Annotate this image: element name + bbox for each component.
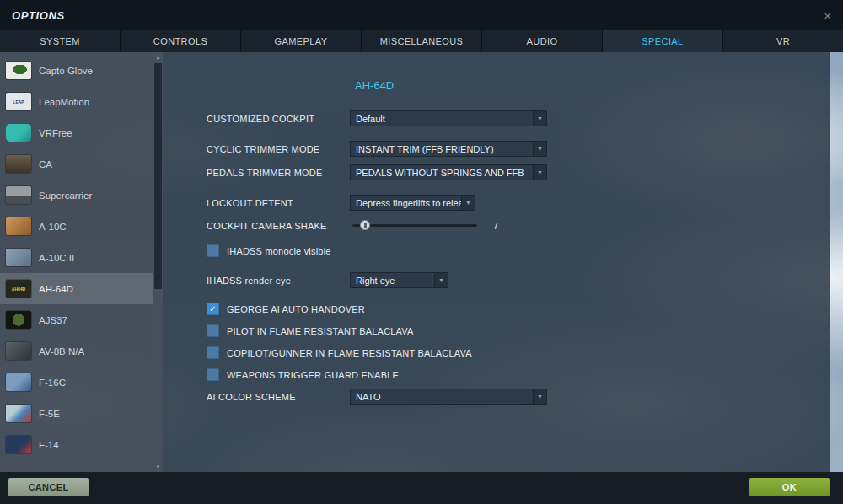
options-window: OPTIONS × SYSTEM CONTROLS GAMEPLAY MISCE… — [0, 0, 843, 504]
cyclic-trimmer-label: CYCLIC TRIMMER MODE — [207, 144, 350, 154]
sidebar-scrollbar[interactable]: ▲ ▼ — [153, 52, 163, 472]
ihadss-render-eye-dropdown[interactable]: Right eye ▼ — [350, 272, 448, 288]
ai-color-scheme-label: AI COLOR SCHEME — [207, 392, 350, 402]
chevron-down-icon[interactable]: ▼ — [434, 273, 448, 287]
sidebar-item-supercarrier[interactable]: Supercarrier — [0, 180, 153, 211]
module-sidebar: Capto Glove LEAP LeapMotion VRFree CA Su… — [0, 52, 163, 472]
chevron-down-icon[interactable]: ▼ — [533, 142, 546, 156]
sidebar-item-a-10c[interactable]: A-10C — [0, 211, 153, 242]
chevron-down-icon[interactable]: ▼ — [533, 389, 546, 404]
ajs37-icon — [6, 311, 31, 329]
title-bar: OPTIONS × — [0, 0, 843, 30]
vrfree-icon — [6, 124, 31, 142]
sidebar-item-a-10c-ii[interactable]: A-10C II — [0, 242, 153, 273]
a-10c-icon — [6, 217, 31, 235]
sidebar-item-av-8b[interactable]: AV-8B N/A — [0, 335, 153, 367]
close-icon[interactable]: × — [824, 9, 831, 22]
footer-bar: CANCEL OK — [0, 472, 843, 504]
ihadss-monocle-row: ✓ IHADSS monocle visible — [207, 244, 830, 257]
scroll-down-icon[interactable]: ▼ — [153, 462, 163, 472]
scroll-up-icon[interactable]: ▲ — [153, 52, 163, 62]
sidebar-item-f-14[interactable]: F-14 — [0, 429, 153, 460]
camera-shake-label: COCKPIT CAMERA SHAKE — [207, 221, 350, 231]
slider-track[interactable] — [352, 224, 477, 227]
sidebar-item-ca[interactable]: CA — [0, 148, 153, 180]
f-14-icon — [6, 436, 31, 453]
sidebar-item-leapmotion[interactable]: LEAP LeapMotion — [0, 86, 153, 117]
weapons-trigger-guard-checkbox[interactable]: ✓ — [207, 368, 219, 381]
lockout-detent-row: LOCKOUT DETENT Depress fingerlifts to re… — [207, 195, 830, 211]
camera-shake-row: COCKPIT CAMERA SHAKE 7 — [207, 220, 830, 231]
special-options-panel: AH-64D CUSTOMIZED COCKPIT Default ▼ CYCL… — [163, 52, 830, 472]
ah-64d-icon: AH64D — [6, 280, 31, 298]
customized-cockpit-label: CUSTOMIZED COCKPIT — [207, 114, 350, 124]
page-title: OPTIONS — [12, 9, 65, 22]
george-handover-row: ✓ GEORGE AI AUTO HANDOVER — [207, 303, 830, 315]
george-handover-label: GEORGE AI AUTO HANDOVER — [227, 304, 365, 314]
sidebar-item-ajs37[interactable]: AJS37 — [0, 304, 153, 335]
tab-bar: SYSTEM CONTROLS GAMEPLAY MISCELLANEOUS A… — [0, 30, 843, 52]
tab-special[interactable]: SPECIAL — [603, 30, 723, 52]
sidebar-item-f-5e[interactable]: F-5E — [0, 398, 153, 429]
av-8b-icon — [6, 342, 31, 360]
tab-audio[interactable]: AUDIO — [482, 30, 603, 52]
copilot-balaclava-row: ✓ COPILOT/GUNNER IN FLAME RESISTANT BALA… — [207, 346, 830, 359]
ai-color-scheme-dropdown[interactable]: NATO ▼ — [350, 389, 547, 405]
lockout-detent-dropdown[interactable]: Depress fingerlifts to release ▼ — [350, 195, 475, 211]
pilot-balaclava-row: ✓ PILOT IN FLAME RESISTANT BALACLAVA — [207, 324, 830, 337]
f-16c-icon — [6, 373, 31, 391]
pedals-trimmer-label: PEDALS TRIMMER MODE — [207, 168, 350, 178]
sidebar-item-vrfree[interactable]: VRFree — [0, 117, 153, 148]
copilot-balaclava-label: COPILOT/GUNNER IN FLAME RESISTANT BALACL… — [227, 348, 472, 358]
scrollbar-thumb[interactable] — [154, 63, 162, 289]
pedals-trimmer-row: PEDALS TRIMMER MODE PEDALS WITHOUT SPRIN… — [207, 164, 830, 180]
slider-thumb[interactable] — [360, 220, 370, 230]
f-5e-icon — [6, 405, 31, 422]
capto-glove-icon — [6, 62, 31, 79]
cyclic-trimmer-row: CYCLIC TRIMMER MODE INSTANT TRIM (FFB FR… — [207, 141, 830, 157]
sidebar-item-f-16c[interactable]: F-16C — [0, 367, 153, 398]
module-title: AH-64D — [355, 79, 830, 92]
weapons-guard-row: ✓ WEAPONS TRIGGER GUARD ENABLE — [207, 368, 830, 381]
pilot-balaclava-checkbox[interactable]: ✓ — [207, 324, 219, 337]
cancel-button[interactable]: CANCEL — [8, 478, 89, 496]
check-icon: ✓ — [209, 305, 216, 314]
sidebar-item-ah-64d[interactable]: AH64D AH-64D — [0, 273, 153, 304]
customized-cockpit-row: CUSTOMIZED COCKPIT Default ▼ — [207, 110, 830, 126]
ca-icon — [6, 155, 31, 173]
module-list: Capto Glove LEAP LeapMotion VRFree CA Su… — [0, 55, 153, 460]
lockout-detent-label: LOCKOUT DETENT — [207, 198, 350, 208]
weapons-guard-label: WEAPONS TRIGGER GUARD ENABLE — [227, 370, 399, 380]
chevron-down-icon[interactable]: ▼ — [533, 111, 546, 126]
leapmotion-icon: LEAP — [6, 93, 31, 110]
supercarrier-icon — [6, 186, 31, 204]
tab-controls[interactable]: CONTROLS — [121, 30, 241, 52]
tab-gameplay[interactable]: GAMEPLAY — [241, 30, 362, 52]
chevron-down-icon[interactable]: ▼ — [533, 165, 546, 180]
cyclic-trimmer-dropdown[interactable]: INSTANT TRIM (FFB FRIENDLY) ▼ — [350, 141, 547, 157]
cockpit-camera-shake-slider[interactable] — [352, 220, 477, 231]
customized-cockpit-dropdown[interactable]: Default ▼ — [350, 110, 547, 126]
a-10c-ii-icon — [6, 249, 31, 266]
ihadss-monocle-label: IHADSS monocle visible — [227, 246, 331, 256]
copilot-balaclava-checkbox[interactable]: ✓ — [207, 346, 219, 359]
ok-button[interactable]: OK — [749, 478, 830, 496]
ai-color-scheme-row: AI COLOR SCHEME NATO ▼ — [207, 389, 830, 405]
tab-system[interactable]: SYSTEM — [0, 30, 121, 52]
ihadss-monocle-checkbox[interactable]: ✓ — [207, 244, 219, 257]
camera-shake-value: 7 — [493, 221, 498, 231]
pilot-balaclava-label: PILOT IN FLAME RESISTANT BALACLAVA — [227, 326, 414, 336]
pedals-trimmer-dropdown[interactable]: PEDALS WITHOUT SPRINGS AND FFB ▼ — [350, 164, 547, 180]
chevron-down-icon[interactable]: ▼ — [461, 196, 475, 210]
ihadss-render-eye-label: IHADSS render eye — [207, 276, 350, 286]
sidebar-item-capto-glove[interactable]: Capto Glove — [0, 55, 153, 86]
options-rows: CUSTOMIZED COCKPIT Default ▼ CYCLIC TRIM… — [163, 110, 830, 405]
tab-miscellaneous[interactable]: MISCELLANEOUS — [362, 30, 482, 52]
george-ai-auto-handover-checkbox[interactable]: ✓ — [207, 303, 219, 315]
ihadss-render-eye-row: IHADSS render eye Right eye ▼ — [207, 272, 830, 288]
tab-vr[interactable]: VR — [723, 30, 843, 52]
